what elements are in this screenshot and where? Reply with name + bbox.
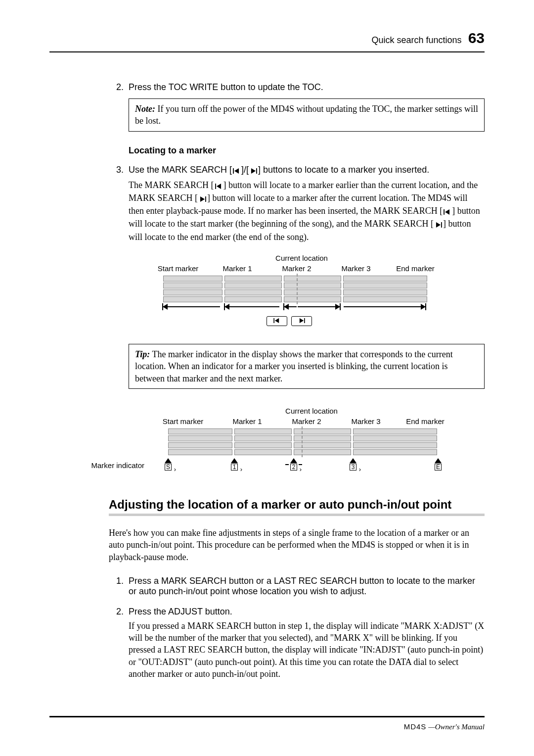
prev-icon (232, 166, 241, 176)
step-num: 2. (109, 607, 124, 617)
indicator-track: S› 1› 2› 3› E (148, 458, 485, 473)
track-lanes (148, 276, 485, 302)
arrow-row (148, 304, 485, 315)
step-title: Use the MARK SEARCH []/[] buttons to loc… (129, 165, 429, 176)
indicator-3: 3› (350, 458, 356, 471)
tip-label: Tip: (135, 349, 150, 359)
indicator-e: E (435, 458, 442, 471)
section-intro: Here's how you can make fine adjustments… (109, 527, 485, 563)
prev-button[interactable] (267, 316, 287, 326)
step-num: 3. (109, 165, 124, 176)
subheading: Locating to a marker (129, 145, 485, 156)
next-icon (249, 166, 258, 176)
marker-diagram-2: Current location Start marker Marker 1 M… (148, 407, 485, 473)
footer-text: —Owner's Manual (428, 723, 485, 731)
dl-m3: Marker 3 (326, 264, 386, 273)
indicator-s: S› (165, 458, 172, 471)
content: 2. Press the TOC WRITE button to update … (109, 82, 485, 680)
note-text: If you turn off the power of the MD4S wi… (135, 104, 478, 126)
dl-m2: Marker 2 (267, 264, 326, 273)
dl-m3: Marker 3 (336, 417, 396, 425)
prev-icon (443, 206, 452, 218)
step-num: 2. (109, 82, 124, 93)
prev-icon (214, 180, 223, 192)
header-section: Quick search functions (372, 35, 462, 45)
step-title: Press the TOC WRITE button to update the… (129, 82, 323, 93)
dl-end: End marker (386, 264, 445, 273)
marker-diagram-1: Current location Start marker Marker 1 M… (148, 254, 485, 326)
dl-m1: Marker 1 (208, 264, 267, 273)
tip-text: The marker indicator in the display show… (135, 349, 453, 383)
sec2-step-2-body: If you pressed a MARK SEARCH button in s… (129, 620, 485, 680)
section-title: Adjusting the location of a marker or au… (109, 498, 485, 512)
tip-box: Tip: The marker indicator in the display… (129, 344, 485, 389)
page-number: 63 (468, 30, 485, 46)
sec2-step-2: 2. Press the ADJUST button. (109, 607, 485, 617)
dl-start: Start marker (148, 417, 218, 425)
header: Quick search functions 63 (49, 30, 485, 52)
dl-start: Start marker (148, 264, 208, 273)
dl-m2: Marker 2 (277, 417, 336, 425)
dl-m1: Marker 1 (218, 417, 277, 425)
track-lanes (148, 428, 485, 455)
dl-end: End marker (396, 417, 455, 425)
note-label: Note: (135, 104, 155, 114)
section-rule (109, 514, 485, 516)
step-3-body: The MARK SEARCH [] button will locate to… (129, 179, 485, 243)
step-title: Press the ADJUST button. (129, 607, 232, 617)
note-box: Note: If you turn off the power of the M… (129, 98, 485, 132)
next-icon (198, 193, 207, 205)
indicator-2-blink: 2› (290, 458, 297, 471)
step-title: Press a MARK SEARCH button or a LAST REC… (129, 576, 485, 597)
indicator-1: 1› (231, 458, 238, 471)
transport-buttons (94, 316, 485, 326)
next-icon (434, 219, 443, 231)
step-2-top: 2. Press the TOC WRITE button to update … (109, 82, 485, 93)
sec2-step-1: 1. Press a MARK SEARCH button or a LAST … (109, 576, 485, 597)
step-num: 1. (109, 576, 124, 597)
next-button[interactable] (291, 316, 312, 326)
footer: MD4S—Owner's Manual (49, 716, 485, 731)
current-location-label: Current location (267, 254, 336, 262)
step-3: 3. Use the MARK SEARCH []/[] buttons to … (109, 165, 485, 176)
indicator-label: Marker indicator (85, 461, 144, 470)
current-location-label: Current location (277, 407, 346, 415)
footer-logo: MD4S (404, 722, 427, 731)
